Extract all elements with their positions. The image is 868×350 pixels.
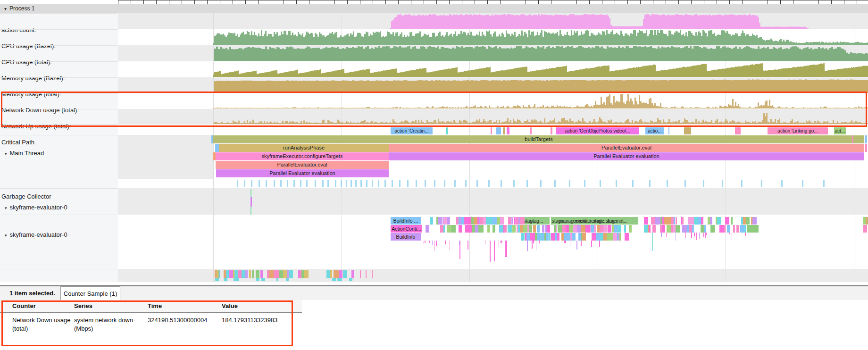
gc-event-tick[interactable] <box>501 180 502 187</box>
mosaic-slice[interactable] <box>529 225 533 233</box>
mosaic-slice[interactable] <box>256 270 259 278</box>
mosaic-slice[interactable] <box>581 225 585 233</box>
mosaic-slice[interactable] <box>562 225 566 233</box>
collapse-arrow-icon[interactable]: ▾ <box>5 151 7 156</box>
gc-event-tick[interactable] <box>600 180 601 187</box>
gc-event-tick[interactable] <box>781 180 783 187</box>
tab-counter-sample[interactable]: Counter Sample (1) <box>60 286 120 300</box>
mosaic-slice[interactable] <box>740 225 744 233</box>
gc-event-tick[interactable] <box>584 180 585 187</box>
mosaic-slice[interactable] <box>724 225 726 233</box>
gc-event-tick[interactable] <box>266 180 267 187</box>
thread-slice[interactable]: Parallel Evaluator evaluation <box>216 169 389 177</box>
mosaic-slice[interactable] <box>234 270 238 278</box>
gc-event-tick[interactable] <box>346 180 347 187</box>
mosaic-slice[interactable] <box>736 225 739 233</box>
gc-event-tick[interactable] <box>280 180 282 187</box>
mosaic-slice[interactable] <box>440 217 442 225</box>
gc-event-tick[interactable] <box>684 180 686 187</box>
mosaic-slice[interactable] <box>757 225 759 233</box>
mosaic-slice[interactable] <box>287 270 289 278</box>
mosaic-slice[interactable] <box>733 225 735 233</box>
gc-event-tick[interactable] <box>513 180 515 187</box>
mosaic-slice[interactable] <box>704 225 706 233</box>
gc-event-tick[interactable] <box>259 180 260 187</box>
mosaic-slice[interactable] <box>279 270 284 278</box>
sidebar-track-label[interactable]: Critical Path <box>0 139 118 146</box>
mosaic-slice[interactable] <box>521 233 525 241</box>
mosaic-slice[interactable] <box>604 225 608 233</box>
gc-event-tick[interactable] <box>703 180 704 187</box>
counter-chart-action-count[interactable] <box>118 13 868 29</box>
critical-path-slice[interactable] <box>551 127 552 134</box>
mosaic-slice[interactable] <box>744 225 746 233</box>
mosaic-slice[interactable] <box>863 225 867 233</box>
gc-event-tick[interactable] <box>526 180 528 187</box>
thread-slice[interactable]: runAnalysisPhase <box>219 144 389 152</box>
mosaic-slice[interactable] <box>345 270 347 278</box>
mosaic-slice[interactable] <box>488 217 492 225</box>
mosaic-slice[interactable] <box>710 217 712 225</box>
mosaic-slice[interactable] <box>753 225 757 233</box>
mosaic-slice[interactable] <box>533 225 535 233</box>
gc-event-tick[interactable] <box>476 180 478 187</box>
mosaic-slice[interactable] <box>492 225 495 233</box>
mosaic-slice[interactable] <box>461 225 462 233</box>
mosaic-slice[interactable] <box>647 217 648 225</box>
gc-event-tick[interactable] <box>465 180 467 187</box>
skyframe-slice-labeled[interactable]: BuildInfo ... <box>391 217 421 225</box>
mosaic-sub-slice[interactable] <box>225 278 227 281</box>
gc-event-tick[interactable] <box>434 180 435 187</box>
mosaic-slice[interactable] <box>690 217 694 225</box>
mosaic-slice[interactable] <box>569 225 573 233</box>
gc-event-tick[interactable] <box>237 180 238 187</box>
gc-event-tick[interactable] <box>315 180 316 187</box>
counter-chart-memory-usage-total-[interactable] <box>118 77 868 93</box>
mosaic-slice[interactable] <box>710 225 715 233</box>
mosaic-slice[interactable] <box>667 225 671 233</box>
mosaic-slice[interactable] <box>596 233 600 241</box>
mosaic-slice[interactable] <box>603 233 607 241</box>
gc-event-tick[interactable] <box>761 180 762 187</box>
mosaic-slice[interactable] <box>657 217 660 225</box>
gc-event-tick[interactable] <box>355 180 357 187</box>
mosaic-slice[interactable] <box>360 270 361 278</box>
mosaic-slice[interactable] <box>511 217 512 225</box>
collapse-arrow-icon[interactable]: ▾ <box>5 233 7 238</box>
mosaic-slice[interactable] <box>249 270 250 278</box>
mosaic-slice[interactable] <box>701 225 705 233</box>
mosaic-slice[interactable] <box>283 270 286 278</box>
mosaic-slice[interactable] <box>492 217 497 225</box>
mosaic-slice[interactable] <box>662 225 665 233</box>
critical-path-slice[interactable] <box>530 127 532 134</box>
mosaic-slice[interactable] <box>504 225 507 233</box>
mosaic-slice[interactable] <box>698 217 701 225</box>
mosaic-sub-slice[interactable] <box>234 278 236 281</box>
mosaic-slice[interactable] <box>472 225 476 233</box>
mosaic-slice[interactable] <box>749 225 753 233</box>
gc-event-tick[interactable] <box>251 180 252 187</box>
mosaic-slice[interactable] <box>619 233 621 241</box>
gc-event-tick[interactable] <box>488 180 490 187</box>
mosaic-slice[interactable] <box>443 217 447 225</box>
thread-slice[interactable] <box>852 135 853 143</box>
mosaic-slice[interactable] <box>577 225 581 233</box>
gc-event-tick[interactable] <box>335 180 336 187</box>
gc-event-tick[interactable] <box>327 180 329 187</box>
mosaic-sub-slice[interactable] <box>276 278 278 281</box>
mosaic-slice[interactable] <box>530 233 534 241</box>
thread-slice[interactable]: Parallel Evaluator evaluation <box>389 152 864 160</box>
mosaic-slice[interactable] <box>219 270 220 278</box>
table-row[interactable]: Network Down usage(total)system network … <box>0 312 302 341</box>
mosaic-slice[interactable] <box>487 225 490 233</box>
gc-event-tick[interactable] <box>569 180 570 187</box>
counter-chart-cpu-usage-bazel-[interactable] <box>118 29 868 45</box>
gc-event-tick[interactable] <box>322 180 324 187</box>
panel-divider[interactable] <box>0 282 868 286</box>
sidebar-track-label[interactable]: Memory usage (Bazel): <box>0 75 118 82</box>
mosaic-slice[interactable] <box>644 225 648 233</box>
skyframe-slice-labeled[interactable]: ActionConti... <box>391 225 422 233</box>
mosaic-slice[interactable] <box>440 225 443 233</box>
mosaic-slice[interactable] <box>674 217 675 225</box>
mosaic-sub-slice[interactable] <box>332 278 336 281</box>
